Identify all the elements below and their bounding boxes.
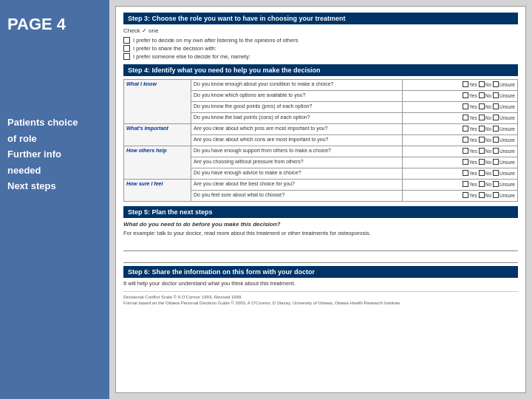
yn-label-yes: Yes: [469, 171, 477, 176]
yn-box-unsure[interactable]: [493, 137, 499, 143]
yn-yes[interactable]: Yes: [463, 137, 477, 143]
yn-box-unsure[interactable]: [493, 115, 499, 120]
yn-unsure[interactable]: Unsure: [493, 148, 515, 154]
yn-box-no[interactable]: [479, 192, 485, 198]
yn-no[interactable]: No: [479, 170, 491, 176]
yn-yes[interactable]: Yes: [463, 192, 477, 198]
yn-label-no: No: [485, 171, 491, 176]
yn-box-yes[interactable]: [463, 170, 468, 176]
question-cell: Are you clear about the best choice for …: [191, 180, 403, 191]
step6-text: It will help your doctor understand what…: [123, 280, 518, 287]
step5-header: Step 5: Plan the next steps: [123, 206, 518, 218]
yn-label-no: No: [485, 160, 491, 165]
yn-box-yes[interactable]: [463, 192, 468, 198]
step3-header: Step 3: Choose the role you want to have…: [123, 13, 518, 24]
yn-box-unsure[interactable]: [493, 92, 499, 98]
yn-box-unsure[interactable]: [493, 181, 499, 187]
checkbox-3[interactable]: [123, 53, 130, 60]
yn-yes[interactable]: Yes: [463, 170, 477, 176]
step3-option1[interactable]: I prefer to decide on my own after liste…: [123, 37, 518, 44]
yn-yes[interactable]: Yes: [463, 103, 477, 109]
yn-box-no[interactable]: [479, 159, 485, 165]
yn-box-unsure[interactable]: [493, 192, 499, 198]
yn-no[interactable]: No: [479, 103, 491, 109]
yn-box-no[interactable]: [479, 103, 485, 109]
yn-label-no: No: [485, 126, 491, 132]
yn-unsure[interactable]: Unsure: [493, 181, 515, 187]
yn-box-yes[interactable]: [463, 148, 468, 154]
step6-header: Step 6: Share the information on this fo…: [123, 266, 518, 278]
yn-yes[interactable]: Yes: [463, 81, 477, 87]
yn-yes[interactable]: Yes: [463, 92, 477, 98]
yn-box-unsure[interactable]: [493, 148, 499, 154]
yn-cell: YesNoUnsure: [403, 113, 518, 124]
yn-unsure[interactable]: Unsure: [493, 137, 515, 143]
yn-unsure[interactable]: Unsure: [493, 126, 515, 132]
yn-no[interactable]: No: [479, 192, 491, 198]
question-cell: Do you have enough support from others t…: [191, 146, 403, 157]
decision-table: What I knowDo you know enough about your…: [123, 79, 518, 202]
yn-box-no[interactable]: [479, 181, 485, 187]
yn-box-yes[interactable]: [463, 126, 468, 132]
question-cell: Do you feel sure about what to choose?: [191, 191, 403, 202]
yn-box-yes[interactable]: [463, 92, 468, 98]
yn-cell: YesNoUnsure: [403, 80, 518, 91]
yn-box-yes[interactable]: [463, 159, 468, 165]
yn-unsure[interactable]: Unsure: [493, 115, 515, 120]
yn-yes[interactable]: Yes: [463, 115, 477, 120]
yn-box-no[interactable]: [479, 81, 485, 87]
yn-box-yes[interactable]: [463, 81, 468, 87]
yn-no[interactable]: No: [479, 137, 491, 143]
yn-unsure[interactable]: Unsure: [493, 170, 515, 176]
yn-yes[interactable]: Yes: [463, 181, 477, 187]
yn-box-unsure[interactable]: [493, 170, 499, 176]
yn-yes[interactable]: Yes: [463, 159, 477, 165]
yn-box-yes[interactable]: [463, 181, 468, 187]
step3-option2[interactable]: I prefer to share the decision with:: [123, 45, 518, 52]
yn-no[interactable]: No: [479, 159, 491, 165]
yn-no[interactable]: No: [479, 148, 491, 154]
yn-box-no[interactable]: [479, 170, 485, 176]
yn-box-unsure[interactable]: [493, 103, 499, 109]
main-content: Step 3: Choose the role you want to have…: [109, 0, 532, 399]
yn-no[interactable]: No: [479, 126, 491, 132]
yn-label-no: No: [485, 104, 491, 109]
yn-box-yes[interactable]: [463, 103, 468, 109]
yn-unsure[interactable]: Unsure: [493, 192, 515, 198]
yn-label-yes: Yes: [469, 104, 477, 109]
sidebar-item-patients-choice: Patients choice: [7, 115, 102, 130]
question-cell: Are you choosing without pressure from o…: [191, 157, 403, 168]
yn-box-no[interactable]: [479, 126, 485, 132]
yn-unsure[interactable]: Unsure: [493, 159, 515, 165]
yn-yes[interactable]: Yes: [463, 148, 477, 154]
yn-no[interactable]: No: [479, 92, 491, 98]
yn-label-unsure: Unsure: [499, 149, 515, 154]
yn-cell: YesNoUnsure: [403, 102, 518, 113]
question-cell: Do you have enough advice to make a choi…: [191, 168, 403, 180]
yn-label-unsure: Unsure: [499, 171, 515, 176]
yn-box-no[interactable]: [479, 92, 485, 98]
yn-box-no[interactable]: [479, 115, 485, 120]
yn-yes[interactable]: Yes: [463, 126, 477, 132]
yn-unsure[interactable]: Unsure: [493, 92, 515, 98]
yn-box-unsure[interactable]: [493, 159, 499, 165]
yn-box-unsure[interactable]: [493, 126, 499, 132]
yn-no[interactable]: No: [479, 115, 491, 120]
yn-cell: YesNoUnsure: [403, 191, 518, 202]
yn-no[interactable]: No: [479, 81, 491, 87]
yn-box-no[interactable]: [479, 148, 485, 154]
yn-cell: YesNoUnsure: [403, 157, 518, 168]
step3-option3[interactable]: I prefer someone else to decide for me, …: [123, 53, 518, 60]
yn-label-yes: Yes: [469, 115, 477, 120]
yn-label-unsure: Unsure: [499, 93, 515, 98]
yn-no[interactable]: No: [479, 181, 491, 187]
checkbox-2[interactable]: [123, 45, 130, 52]
yn-unsure[interactable]: Unsure: [493, 81, 515, 87]
question-cell: Do you know the bad points (cons) of eac…: [191, 113, 403, 124]
yn-box-no[interactable]: [479, 137, 485, 143]
checkbox-1[interactable]: [123, 37, 130, 44]
yn-box-yes[interactable]: [463, 115, 468, 120]
yn-box-yes[interactable]: [463, 137, 468, 143]
yn-unsure[interactable]: Unsure: [493, 103, 515, 109]
yn-box-unsure[interactable]: [493, 81, 499, 87]
